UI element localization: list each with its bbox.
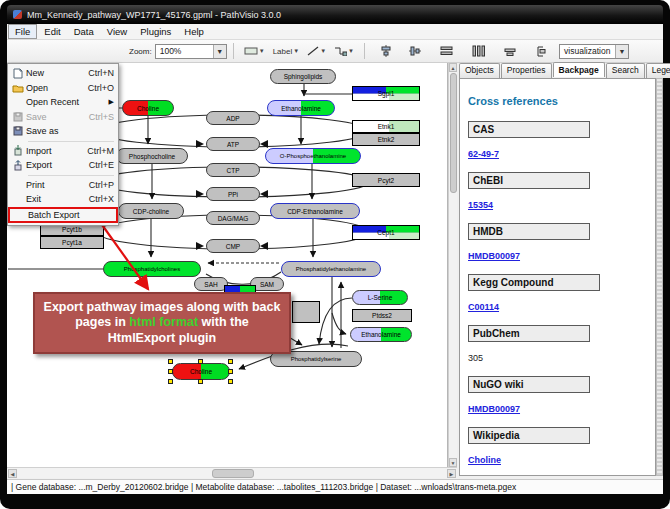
gene-product-tool-button[interactable]: ▼	[241, 43, 268, 60]
line-tool-button[interactable]: ▼	[304, 43, 329, 60]
ref-value: 305	[468, 353, 483, 363]
align-center-y-icon	[409, 45, 421, 57]
zoom-combobox[interactable]: 100% ▼	[155, 44, 227, 59]
node-ppi[interactable]: PPi	[206, 187, 260, 201]
align-center-x-button[interactable]	[377, 43, 395, 60]
node-sah[interactable]: SAH	[194, 277, 228, 291]
tab-backpage[interactable]: Backpage	[553, 62, 605, 77]
selection-handle[interactable]	[198, 379, 203, 384]
node-cdp-ethanolamine[interactable]: CDP-Ethanolamine	[270, 203, 360, 219]
node-atp[interactable]: ATP	[206, 137, 260, 151]
file-menu-open-recent[interactable]: Open Recent▶	[8, 95, 118, 110]
visualization-combobox[interactable]: visualization ▼	[559, 44, 629, 59]
node-phosphatidylcholines[interactable]: Phosphatidylcholines	[103, 261, 201, 277]
menu-plugins[interactable]: Plugins	[134, 25, 177, 38]
file-menu-batch-export[interactable]: Batch Export	[8, 207, 118, 223]
node-adp[interactable]: ADP	[206, 111, 260, 125]
scroll-up-icon[interactable]: ▲	[449, 63, 457, 72]
node-choline[interactable]: Choline	[122, 100, 174, 116]
ref-header: ChEBI	[468, 172, 590, 189]
menu-view[interactable]: View	[101, 25, 133, 38]
selection-handle[interactable]	[168, 369, 173, 374]
menu-edit[interactable]: Edit	[38, 25, 66, 38]
tab-search[interactable]: Search	[606, 63, 645, 78]
ref-section-chebi: ChEBI 15354	[468, 172, 651, 212]
node-phosphocholine[interactable]: Phosphocholine	[116, 148, 188, 164]
selection-handle[interactable]	[228, 369, 233, 374]
ref-link[interactable]: HMDB00097	[468, 404, 520, 414]
horizontal-scroll-thumb[interactable]	[212, 469, 254, 478]
toolbar: Zoom: 100% ▼ ▼ Label ▼ ▼ ▼	[7, 40, 663, 63]
canvas-horizontal-scrollbar[interactable]: ◀ ▶	[7, 467, 457, 478]
node-dag-mag[interactable]: DAG/MAG	[206, 211, 260, 225]
zoom-value: 100%	[160, 46, 182, 56]
file-menu-print[interactable]: PrintCtrl+P	[8, 178, 118, 193]
file-menu-save-as[interactable]: Save as	[8, 124, 118, 139]
scroll-right-icon[interactable]: ▶	[447, 469, 456, 478]
align-center-y-button[interactable]	[406, 43, 424, 60]
distribute-vertical-button[interactable]	[469, 43, 488, 60]
node-ctp[interactable]: CTP	[206, 163, 260, 177]
gene-pcyt1a[interactable]: Pcyt1a	[40, 236, 104, 249]
file-menu-new[interactable]: NewCtrl+N	[8, 66, 118, 81]
visualization-dropdown-arrow-icon[interactable]: ▼	[615, 45, 628, 58]
node-sphingolipids[interactable]: Sphingolipids	[270, 69, 336, 84]
stack-horizontal-button[interactable]	[501, 43, 519, 60]
node-ethanolamine[interactable]: Ethanolamine	[267, 100, 335, 116]
selection-handle[interactable]	[228, 359, 233, 364]
save-as-disk-icon	[10, 126, 26, 136]
connector-icon	[334, 46, 347, 56]
app-body: File Edit Data View Plugins Help Zoom: 1…	[7, 24, 663, 494]
gene-cept1[interactable]: Cept1	[352, 225, 420, 240]
tab-objects[interactable]: Objects	[459, 63, 500, 78]
align-center-x-icon	[380, 45, 392, 57]
file-menu-open[interactable]: OpenCtrl+O	[8, 81, 118, 96]
node-ethanolamine-2[interactable]: Ethanolamine	[350, 327, 412, 342]
title-bar[interactable]: Mm_Kennedy_pathway_WP1771_45176.gpml - P…	[7, 5, 663, 24]
scroll-down-icon[interactable]: ▼	[449, 458, 457, 467]
selection-handle[interactable]	[168, 359, 173, 364]
ref-header: Wikipedia	[468, 427, 590, 444]
file-menu-import[interactable]: ImportCtrl+M	[8, 144, 118, 159]
vertical-scroll-thumb[interactable]	[450, 73, 457, 193]
tab-legend[interactable]: Legend	[646, 63, 670, 78]
connector-tool-button[interactable]: ▼	[331, 43, 357, 60]
canvas-vertical-scrollbar[interactable]: ▲ ▼	[448, 63, 457, 467]
distribute-horizontal-button[interactable]	[437, 43, 456, 60]
toolbar-separator	[233, 43, 234, 59]
selection-handle[interactable]	[228, 379, 233, 384]
gene-pcyt2[interactable]: Pcyt2	[352, 173, 420, 187]
zoom-dropdown-arrow-icon[interactable]: ▼	[213, 45, 226, 58]
menu-help[interactable]: Help	[178, 25, 210, 38]
new-file-icon	[10, 68, 26, 79]
menu-file[interactable]: File	[8, 24, 37, 39]
selection-handle[interactable]	[198, 359, 203, 364]
selection-handle[interactable]	[168, 379, 173, 384]
ref-link[interactable]: 15354	[468, 200, 493, 210]
ref-link[interactable]: HMDB00097	[468, 251, 520, 261]
node-o-phosphoethanolamine[interactable]: O-Phosphoethanolamine	[265, 148, 361, 164]
file-menu-export[interactable]: ExportCtrl+E	[8, 158, 118, 173]
node-cmp[interactable]: CMP	[206, 239, 260, 253]
ref-link[interactable]: C00114	[468, 302, 499, 312]
node-cdp-choline[interactable]: CDP-choline	[118, 203, 184, 219]
node-choline-selected[interactable]: Choline	[172, 363, 230, 380]
ref-header: CAS	[468, 121, 590, 138]
gene-ptdss2[interactable]: Ptdss2	[352, 309, 412, 322]
menu-data[interactable]: Data	[68, 25, 100, 38]
sidebar-scrollbar[interactable]	[656, 78, 663, 476]
stack-vertical-button[interactable]	[532, 43, 550, 60]
node-phosphatidylethanolamine[interactable]: Phosphatidylethanolamine	[281, 261, 381, 277]
gene-etnk1[interactable]: Etnk1	[352, 120, 420, 133]
ref-section-pubchem: PubChem 305	[468, 325, 651, 365]
label-tool-button[interactable]: Label ▼	[270, 43, 303, 60]
node-l-serine[interactable]: L-Serine	[352, 290, 408, 305]
gene-sgpl1[interactable]: Sgpl1	[352, 86, 420, 101]
tab-properties[interactable]: Properties	[501, 63, 552, 78]
scroll-left-icon[interactable]: ◀	[8, 469, 17, 478]
ref-link[interactable]: 62-49-7	[468, 149, 499, 159]
ref-link[interactable]: Choline	[468, 455, 501, 465]
file-menu-exit[interactable]: ExitCtrl+X	[8, 192, 118, 207]
gene-hidden-box[interactable]	[292, 301, 320, 323]
gene-etnk2[interactable]: Etnk2	[352, 133, 420, 146]
